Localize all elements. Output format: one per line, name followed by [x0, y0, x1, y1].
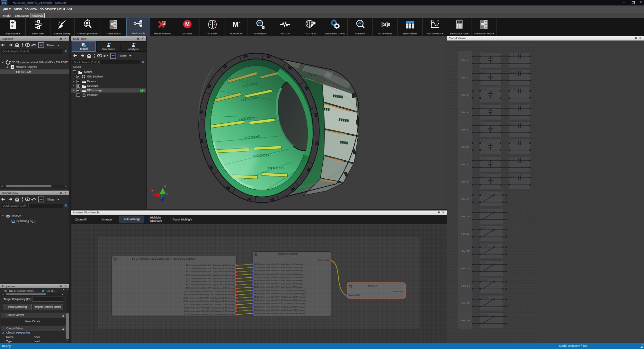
svg-text:Filters: Filters: [119, 54, 127, 58]
svg-text:S: S: [388, 22, 390, 27]
svg-text:VI: VI: [458, 21, 461, 23]
svg-text:Y: Y: [433, 20, 434, 22]
svg-text:M: M: [232, 20, 238, 28]
svg-text:+: +: [239, 21, 240, 24]
svg-text:[S]: [S]: [381, 22, 388, 27]
svg-text:M: M: [185, 21, 190, 27]
svg-text:Filters: Filters: [47, 198, 55, 201]
svg-text:Filters: Filters: [47, 44, 55, 47]
